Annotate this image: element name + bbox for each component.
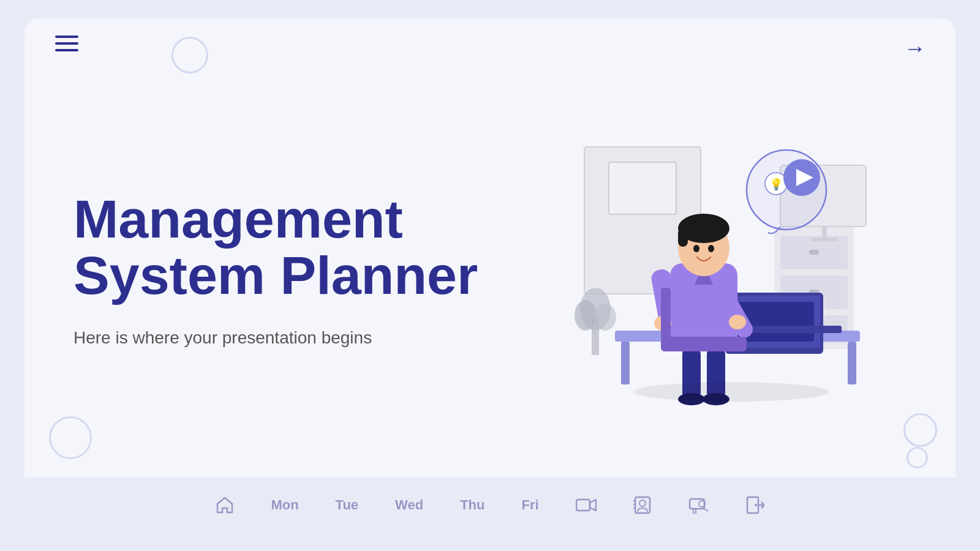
illustration-section: 💡: [532, 61, 907, 478]
hamburger-menu-icon[interactable]: [55, 36, 78, 51]
slide-container: → Management System Planner Here is wher…: [24, 18, 956, 533]
svg-rect-41: [661, 337, 747, 351]
svg-point-51: [639, 500, 646, 506]
svg-point-35: [693, 245, 699, 252]
header: →: [24, 18, 956, 61]
nav-item-fri[interactable]: Fri: [521, 497, 538, 513]
nav-item-video[interactable]: [576, 497, 597, 513]
nav-label-wed: Wed: [395, 497, 423, 513]
svg-rect-42: [661, 288, 671, 340]
svg-rect-17: [848, 342, 856, 384]
svg-point-25: [594, 304, 616, 331]
bottom-nav: Mon Tue Wed Thu Fri: [24, 478, 956, 533]
nav-item-thu[interactable]: Thu: [460, 497, 484, 513]
person-illustration: 💡: [548, 129, 891, 410]
nav-label-mon: Mon: [271, 497, 298, 513]
text-section: Management System Planner Here is where …: [74, 191, 532, 348]
svg-rect-14: [811, 238, 838, 241]
nav-label-tue: Tue: [336, 497, 358, 513]
main-content: Management System Planner Here is where …: [24, 61, 956, 478]
nav-item-wed[interactable]: Wed: [395, 497, 423, 513]
nav-item-home[interactable]: [216, 496, 234, 514]
nav-item-mon[interactable]: Mon: [271, 497, 298, 513]
svg-point-40: [729, 315, 746, 329]
title-line1: Management: [74, 191, 532, 247]
nav-item-tue[interactable]: Tue: [336, 497, 358, 513]
svg-point-61: [755, 504, 757, 506]
nav-item-export[interactable]: [746, 496, 764, 514]
svg-text:💡: 💡: [769, 178, 783, 191]
svg-rect-8: [809, 250, 819, 255]
nav-label-thu: Thu: [460, 497, 484, 513]
home-icon: [216, 496, 234, 514]
svg-rect-16: [621, 342, 630, 384]
export-icon: [746, 496, 764, 514]
subtitle: Here is where your presentation begins: [74, 328, 532, 348]
svg-rect-49: [576, 500, 590, 511]
svg-point-24: [575, 300, 597, 331]
next-arrow-icon[interactable]: →: [904, 36, 925, 61]
contacts-icon: [633, 496, 652, 514]
svg-rect-34: [678, 228, 688, 247]
nav-item-contacts[interactable]: [633, 496, 652, 514]
title-line2: System Planner: [74, 247, 532, 304]
svg-rect-2: [609, 162, 676, 214]
projector-icon: [688, 497, 709, 514]
svg-point-43: [633, 382, 829, 402]
svg-line-58: [704, 509, 708, 511]
nav-item-projector[interactable]: [688, 497, 709, 514]
main-title: Management System Planner: [74, 191, 532, 304]
svg-rect-13: [822, 227, 827, 239]
nav-label-fri: Fri: [521, 497, 538, 513]
svg-point-36: [708, 245, 714, 252]
video-icon: [576, 497, 597, 513]
